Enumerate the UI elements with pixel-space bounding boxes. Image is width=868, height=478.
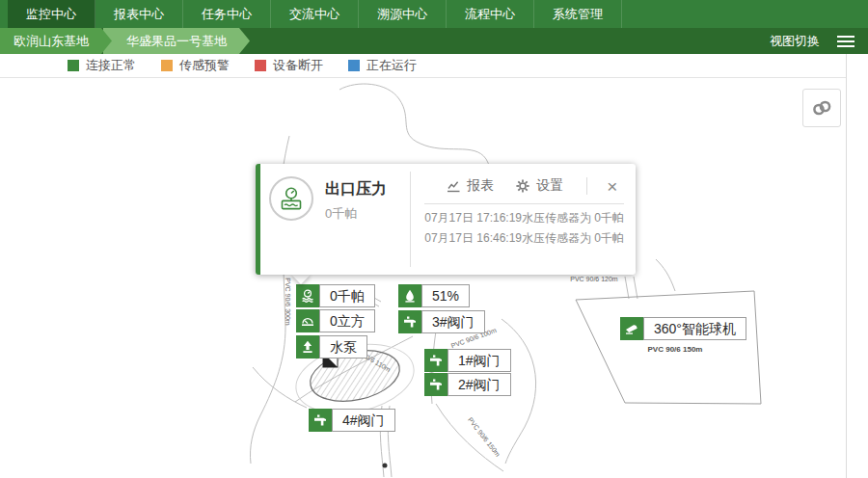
map-annotation: PVC 90/6 300m bbox=[285, 278, 291, 326]
nav-item-exchange-center[interactable]: 交流中心 bbox=[271, 0, 359, 28]
device-flow-meter[interactable]: 0立方 bbox=[296, 309, 375, 332]
breadcrumb-base[interactable]: 欧润山东基地 bbox=[0, 28, 112, 54]
legend-disconnected-label: 设备断开 bbox=[273, 57, 323, 74]
nav-item-report-center[interactable]: 报表中心 bbox=[95, 0, 183, 28]
close-icon[interactable]: × bbox=[605, 177, 619, 196]
flow-meter-icon bbox=[296, 309, 319, 332]
valve-icon bbox=[309, 409, 332, 432]
base-map-drawing: PVC 90/6 120m PVC 90/6 150m PVC 90/6 300… bbox=[0, 78, 846, 478]
popup-accent-bar bbox=[256, 164, 260, 275]
breadcrumb-site[interactable]: 华盛果品一号基地 bbox=[103, 28, 250, 54]
report-label: 报表 bbox=[467, 177, 494, 195]
settings-label: 设置 bbox=[536, 177, 563, 195]
status-legend: 连接正常 传感预警 设备断开 正在运行 bbox=[0, 54, 846, 78]
settings-button[interactable]: 设置 bbox=[515, 177, 563, 195]
popup-value: 0千帕 bbox=[325, 205, 387, 223]
popup-divider bbox=[424, 203, 624, 204]
device-label: 水泵 bbox=[319, 335, 367, 358]
legend-sensor-warning: 传感预警 bbox=[161, 57, 230, 74]
map-annotation: PVC 90/6 120m bbox=[570, 276, 618, 282]
link-icon bbox=[810, 96, 833, 120]
valve-icon bbox=[424, 373, 448, 396]
water-pressure-gauge-icon bbox=[269, 176, 313, 221]
device-label: 0千帕 bbox=[319, 284, 375, 307]
device-valve-1[interactable]: 1#阀门 bbox=[424, 349, 511, 372]
water-level-icon bbox=[398, 284, 421, 307]
camera-icon bbox=[620, 317, 643, 340]
legend-disconnected-swatch bbox=[255, 60, 266, 71]
nav-item-monitor-center[interactable]: 监控中心 bbox=[8, 0, 95, 28]
nav-item-process-center[interactable]: 流程中心 bbox=[447, 0, 534, 28]
map-panel: 连接正常 传感预警 设备断开 正在运行 bbox=[0, 54, 847, 478]
gear-icon bbox=[515, 178, 530, 194]
right-gutter bbox=[847, 54, 868, 478]
chart-icon bbox=[446, 178, 461, 194]
device-valve-3[interactable]: 3#阀门 bbox=[398, 310, 485, 333]
device-label: 3#阀门 bbox=[421, 310, 485, 333]
device-valve-2[interactable]: 2#阀门 bbox=[424, 373, 511, 396]
nav-item-task-center[interactable]: 任务中心 bbox=[183, 0, 271, 28]
legend-connected-swatch bbox=[68, 60, 79, 71]
valve-icon bbox=[398, 310, 421, 333]
legend-disconnected: 设备断开 bbox=[255, 57, 323, 74]
legend-running: 正在运行 bbox=[348, 57, 417, 74]
legend-sensor-warning-swatch bbox=[161, 60, 173, 71]
legend-connected-label: 连接正常 bbox=[86, 57, 136, 74]
map-annotation: PVC 90/6 150m bbox=[467, 416, 502, 458]
legend-sensor-warning-label: 传感预警 bbox=[179, 57, 230, 74]
top-navigation: 监控中心 报表中心 任务中心 交流中心 溯源中心 流程中心 系统管理 bbox=[0, 0, 868, 28]
menu-icon[interactable] bbox=[837, 36, 854, 47]
legend-running-swatch bbox=[348, 60, 360, 71]
link-button[interactable] bbox=[802, 89, 841, 127]
device-label: 0立方 bbox=[319, 309, 375, 332]
view-switch-button[interactable]: 视图切换 bbox=[770, 33, 820, 50]
device-label: 360°智能球机 bbox=[643, 317, 746, 340]
device-label: 4#阀门 bbox=[332, 409, 395, 432]
pump-icon bbox=[296, 335, 319, 358]
device-label: 2#阀门 bbox=[448, 373, 511, 396]
valve-icon bbox=[424, 349, 448, 372]
report-button[interactable]: 报表 bbox=[446, 177, 494, 195]
breadcrumb-bar: 欧润山东基地 华盛果品一号基地 视图切换 bbox=[0, 28, 868, 54]
map-annotation: PVC 90/6 150m bbox=[648, 345, 703, 354]
device-label: 1#阀门 bbox=[448, 349, 511, 372]
legend-connected: 连接正常 bbox=[68, 57, 136, 74]
nav-item-trace-center[interactable]: 溯源中心 bbox=[359, 0, 447, 28]
popup-actions-divider bbox=[586, 177, 587, 195]
pressure-gauge-icon bbox=[296, 284, 319, 307]
device-water-level[interactable]: 51% bbox=[398, 284, 470, 307]
device-ptz-camera[interactable]: 360°智能球机 bbox=[620, 317, 746, 340]
content-area: 连接正常 传感预警 设备断开 正在运行 bbox=[0, 54, 868, 478]
device-label: 51% bbox=[421, 284, 470, 307]
nav-item-system-manage[interactable]: 系统管理 bbox=[534, 0, 622, 28]
device-pump[interactable]: 水泵 bbox=[296, 335, 367, 358]
sensor-popup: 出口压力 0千帕 报表 设置 bbox=[256, 164, 636, 275]
base-map-area[interactable]: PVC 90/6 120m PVC 90/6 150m PVC 90/6 300… bbox=[0, 78, 846, 478]
device-valve-4[interactable]: 4#阀门 bbox=[309, 409, 395, 432]
legend-running-label: 正在运行 bbox=[366, 57, 417, 74]
sensor-log-entry: 07月17日 16:46:19水压传感器为 0千帕 bbox=[424, 228, 624, 249]
popup-title: 出口压力 bbox=[325, 176, 387, 199]
device-outlet-pressure[interactable]: 0千帕 bbox=[296, 284, 375, 307]
sensor-log-entry: 07月17日 17:16:19水压传感器为 0千帕 bbox=[424, 208, 624, 228]
